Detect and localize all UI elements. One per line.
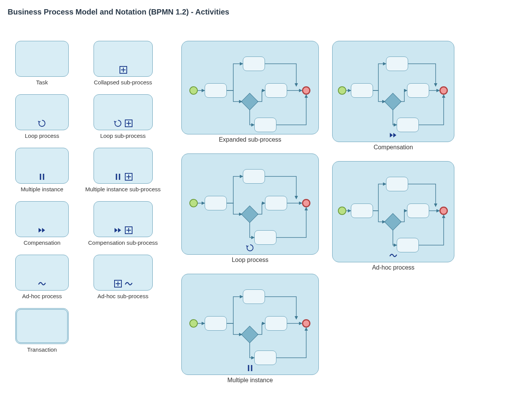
label-transaction: Transaction: [4, 346, 80, 353]
mini-task: [386, 177, 408, 191]
adhoc-icon: [124, 279, 133, 288]
gateway-icon: [241, 326, 258, 343]
mini-task: [254, 351, 276, 365]
mini-task: [254, 118, 276, 132]
bpmn-compensation-expanded: [332, 41, 454, 142]
plus-icon: [124, 226, 133, 234]
bpmn-adhoc-expanded: [332, 161, 454, 262]
end-event-icon: [302, 86, 310, 95]
start-event-icon: [189, 199, 198, 207]
mini-task: [243, 289, 265, 304]
mini-task: [243, 57, 265, 71]
label-loop-subprocess: Loop sub-process: [85, 132, 161, 139]
mini-task: [351, 83, 373, 98]
mini-task: [205, 83, 227, 98]
mini-task: [407, 83, 429, 98]
loop-icon: [38, 119, 46, 128]
bpmn-loop-process: [15, 94, 69, 130]
end-event-icon: [439, 207, 448, 215]
end-event-icon: [302, 319, 310, 328]
mini-task: [205, 316, 227, 331]
label-expanded-subprocess: Expanded sub-process: [178, 136, 323, 143]
bpmn-loop-subprocess: [94, 94, 153, 130]
label-adhoc-expanded: Ad-hoc process: [321, 264, 466, 271]
compensation-icon: [38, 226, 46, 234]
bpmn-loop-process-expanded: [181, 153, 319, 255]
label-multi-instance-expanded: Multiple instance: [178, 377, 323, 384]
gateway-icon: [241, 93, 258, 110]
label-compensation-expanded: Compensation: [321, 144, 466, 151]
label-multi-subprocess: Multiple instance sub-process: [85, 186, 161, 192]
bpmn-compensation-subprocess: [94, 201, 153, 237]
loop-icon: [246, 244, 254, 252]
gateway-icon: [384, 93, 401, 110]
mini-task: [205, 196, 227, 210]
start-event-icon: [189, 319, 198, 328]
gateway-icon: [241, 205, 258, 223]
plus-icon: [124, 173, 133, 181]
bpmn-transaction: [15, 308, 69, 344]
mini-task: [386, 57, 408, 71]
plus-icon: [114, 279, 122, 288]
adhoc-icon: [38, 279, 46, 288]
mini-task: [407, 204, 429, 218]
compensation-icon: [114, 226, 122, 234]
start-event-icon: [189, 86, 198, 95]
parallel-icon: [114, 173, 122, 181]
adhoc-icon: [389, 251, 397, 260]
label-adhoc-subprocess: Ad-hoc sub-process: [85, 293, 161, 299]
mini-task: [351, 204, 373, 218]
compensation-icon: [389, 131, 397, 139]
mini-task: [397, 238, 419, 252]
label-loop-process: Loop process: [4, 132, 80, 139]
end-event-icon: [439, 86, 448, 95]
label-loop-process-expanded: Loop process: [178, 257, 323, 263]
bpmn-compensation: [15, 201, 69, 237]
mini-task: [254, 230, 276, 245]
loop-icon: [114, 119, 122, 128]
label-compensation-subprocess: Compensation sub-process: [85, 239, 161, 246]
mini-task: [397, 118, 419, 132]
gateway-icon: [384, 213, 401, 230]
diagram-canvas: Task Loop process Multiple instance Comp…: [8, 26, 504, 415]
label-adhoc-process: Ad-hoc process: [4, 293, 80, 299]
mini-task: [265, 196, 287, 210]
label-multiple-instance: Multiple instance: [4, 186, 80, 192]
bpmn-task: [15, 41, 69, 77]
bpmn-collapsed-subprocess: [94, 41, 153, 77]
start-event-icon: [338, 207, 346, 215]
plus-icon: [124, 119, 133, 128]
mini-task: [243, 169, 265, 184]
label-compensation: Compensation: [4, 239, 80, 246]
bpmn-expanded-subprocess: [181, 41, 319, 134]
bpmn-adhoc-process: [15, 255, 69, 291]
page-title: Business Process Model and Notation (BPM…: [8, 8, 504, 16]
bpmn-multi-instance-expanded: [181, 274, 319, 375]
label-collapsed-subprocess: Collapsed sub-process: [85, 79, 161, 86]
start-event-icon: [338, 86, 346, 95]
parallel-icon: [246, 364, 254, 372]
mini-task: [265, 83, 287, 98]
bpmn-adhoc-subprocess: [94, 255, 153, 291]
label-task: Task: [4, 79, 80, 86]
plus-icon: [119, 66, 128, 74]
bpmn-multiple-instance: [15, 148, 69, 184]
end-event-icon: [302, 199, 310, 207]
parallel-icon: [38, 173, 46, 181]
mini-task: [265, 316, 287, 331]
bpmn-multi-subprocess: [94, 148, 153, 184]
